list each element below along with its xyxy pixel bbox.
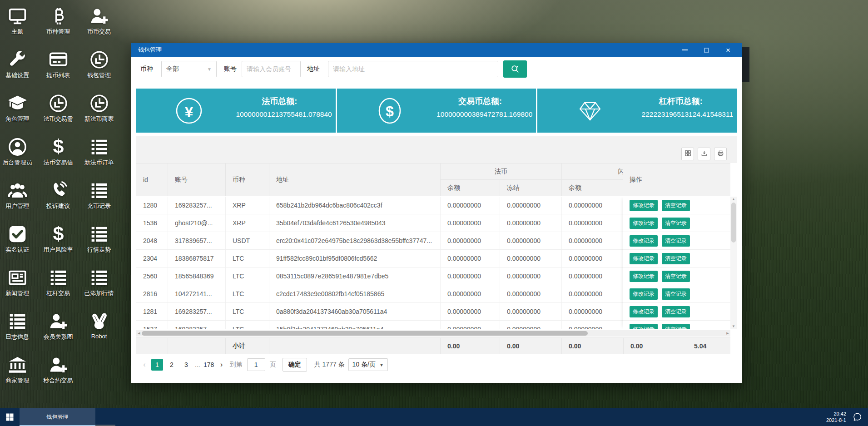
header-id: id <box>136 163 168 196</box>
desktop-icon[interactable]: 新法币商家 <box>79 87 119 131</box>
desktop-icon-label: 法币交易信 <box>44 159 73 167</box>
minimize-button[interactable] <box>680 46 689 54</box>
page-button[interactable]: 2 <box>166 359 178 371</box>
desktop-icon[interactable]: 会员关系图 <box>38 305 79 349</box>
task-label: 钱包管理 <box>47 413 69 421</box>
desktop-icon[interactable]: 币种管理 <box>38 0 79 44</box>
clear-record-button[interactable]: 清空记录 <box>662 253 690 264</box>
desktop-icon[interactable]: 法币交易需 <box>38 87 79 131</box>
stat-value: 222223196513124.41548311 <box>628 110 733 119</box>
search-icon <box>511 64 520 74</box>
exchange-circle-icon <box>48 93 69 114</box>
close-button[interactable]: × <box>724 46 732 54</box>
row-actions: 修改记录清空记录 <box>623 214 730 232</box>
vertical-scroll-thumb[interactable] <box>731 203 736 243</box>
filter-bar: 币种 全部 ▼ 账号 地址 <box>131 57 742 81</box>
clear-record-button[interactable]: 清空记录 <box>662 218 690 229</box>
row-actions: 修改记录清空记录 <box>623 197 730 214</box>
window-titlebar[interactable]: 钱包管理 × <box>131 43 742 57</box>
dollar-icon: $ <box>48 137 69 157</box>
goto-page-input[interactable] <box>247 358 265 371</box>
modify-record-button[interactable]: 修改记录 <box>630 324 658 330</box>
clear-record-button[interactable]: 清空记录 <box>662 235 690 247</box>
clear-record-button[interactable]: 清空记录 <box>662 306 690 317</box>
vertical-scrollbar[interactable]: ▲ ▼ <box>730 197 737 329</box>
desktop-icon[interactable]: 用户管理 <box>0 174 38 218</box>
header-address: 地址 <box>269 163 441 196</box>
list-icon <box>89 137 109 157</box>
maximize-button[interactable] <box>702 46 710 54</box>
list-icon <box>89 224 109 244</box>
cell-flash_balance: 0.00000000 <box>562 285 624 302</box>
desktop-icon[interactable]: 实名认证 <box>0 218 38 262</box>
desktop-icon[interactable]: 基础设置 <box>0 44 38 87</box>
modify-record-button[interactable]: 修改记录 <box>630 271 658 282</box>
cell-account: 18565848369 <box>168 267 226 285</box>
scroll-up-icon[interactable]: ▲ <box>730 197 737 202</box>
desktop-icon[interactable]: 投诉建议 <box>38 174 79 218</box>
desktop-icon[interactable]: 商家管理 <box>0 349 38 392</box>
summary-row: 小计0.000.000.000.005.04 <box>136 337 730 354</box>
summary-label: 小计 <box>226 338 269 354</box>
scroll-down-icon[interactable]: ▼ <box>730 324 737 329</box>
address-input[interactable] <box>328 61 498 77</box>
summary-cell <box>269 338 441 354</box>
desktop-icon[interactable]: 提币列表 <box>38 44 79 87</box>
export-button[interactable] <box>698 148 710 160</box>
desktop-icon[interactable]: 秒合约交易 <box>38 349 79 392</box>
grid-button[interactable] <box>681 148 694 160</box>
window-title: 钱包管理 <box>138 46 162 54</box>
account-input[interactable] <box>242 61 301 77</box>
next-page-button[interactable]: › <box>216 361 227 369</box>
desktop-icon[interactable]: 杠杆交易 <box>38 262 79 305</box>
taskbar-task-wallet[interactable]: 钱包管理 <box>20 408 95 426</box>
print-button[interactable] <box>714 148 727 160</box>
cell-balance: 0.00000000 <box>441 214 500 232</box>
desktop-icon[interactable]: 日志信息 <box>0 305 38 349</box>
clear-record-button[interactable]: 清空记录 <box>662 324 690 330</box>
stat-title: 法币总额: <box>227 96 332 107</box>
desktop-icon[interactable]: 币币交易 <box>79 0 119 44</box>
horizontal-scrollbar[interactable]: ◀ ▶ <box>136 330 730 337</box>
desktop-icon[interactable]: 后台管理员 <box>0 131 38 174</box>
confirm-button[interactable]: 确定 <box>283 358 307 372</box>
modify-record-button[interactable]: 修改记录 <box>630 306 658 317</box>
desktop-icon[interactable]: $法币交易信 <box>38 131 79 174</box>
clear-record-button[interactable]: 清空记录 <box>662 288 690 300</box>
page-button[interactable]: 3 <box>180 359 192 371</box>
coin-select[interactable]: 全部 ▼ <box>161 61 217 77</box>
table-toolbar-strip <box>136 136 737 163</box>
desktop-icon[interactable]: 主题 <box>0 0 38 44</box>
desktop-icon[interactable]: 充币记录 <box>79 174 119 218</box>
scroll-left-icon[interactable]: ◀ <box>136 332 142 335</box>
page-button[interactable]: 178 <box>203 359 215 371</box>
taskbar-clock[interactable]: 20:42 2021-8-1 <box>826 411 846 423</box>
per-page-select[interactable]: 10 条/页▼ <box>348 358 388 371</box>
prev-page-button[interactable]: ‹ <box>139 361 150 369</box>
modify-record-button[interactable]: 修改记录 <box>630 235 658 247</box>
page-button[interactable]: 1 <box>151 359 163 371</box>
modify-record-button[interactable]: 修改记录 <box>630 253 658 264</box>
desktop-icon[interactable]: 行情走势 <box>79 218 119 262</box>
clear-record-button[interactable]: 清空记录 <box>662 271 690 282</box>
desktop-icon[interactable]: 新法币订单 <box>79 131 119 174</box>
desktop-icon[interactable]: 新闻管理 <box>0 262 38 305</box>
horizontal-scroll-thumb[interactable] <box>142 331 588 336</box>
desktop-icon[interactable]: Robot <box>79 305 119 349</box>
desktop-icon-label: 用户风险率 <box>44 246 73 254</box>
desktop-icon[interactable]: 钱包管理 <box>79 44 119 87</box>
wrench-icon <box>7 50 28 70</box>
start-button[interactable] <box>0 408 20 426</box>
modify-record-button[interactable]: 修改记录 <box>630 200 658 211</box>
clear-record-button[interactable]: 清空记录 <box>662 200 690 211</box>
search-button[interactable] <box>503 60 527 78</box>
desktop-icon-label: 新法币商家 <box>84 115 114 123</box>
desktop-icon[interactable]: 已添加行情 <box>79 262 119 305</box>
desktop-icon[interactable]: 角色管理 <box>0 87 38 131</box>
chat-bubble-icon[interactable] <box>853 412 863 422</box>
modify-record-button[interactable]: 修改记录 <box>630 288 658 300</box>
modify-record-button[interactable]: 修改记录 <box>630 218 658 229</box>
dollar-circle-icon: $ <box>376 97 403 124</box>
desktop-icon[interactable]: $用户风险率 <box>38 218 79 262</box>
scroll-right-icon[interactable]: ▶ <box>725 332 730 335</box>
